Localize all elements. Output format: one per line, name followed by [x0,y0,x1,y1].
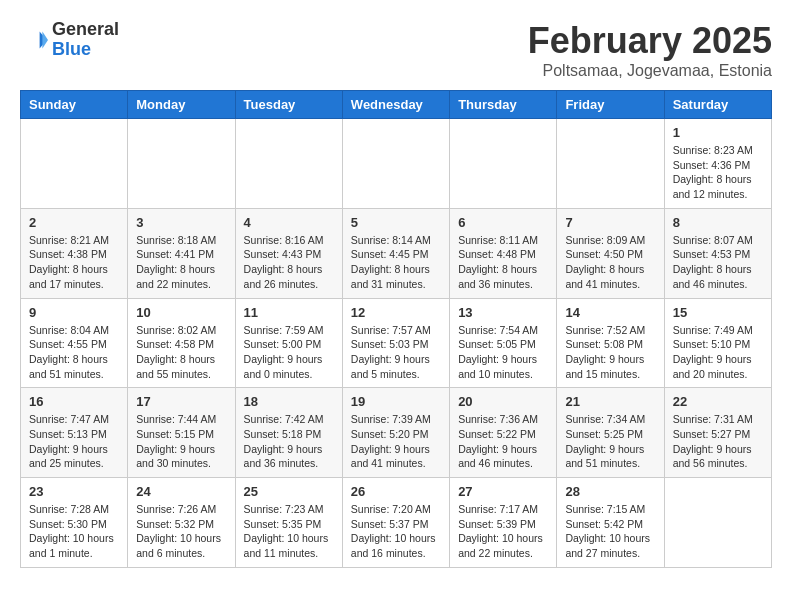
calendar-week-row: 1Sunrise: 8:23 AM Sunset: 4:36 PM Daylig… [21,119,772,209]
day-number: 13 [458,305,548,320]
calendar-cell: 7Sunrise: 8:09 AM Sunset: 4:50 PM Daylig… [557,208,664,298]
month-title: February 2025 [528,20,772,62]
day-info: Sunrise: 8:16 AM Sunset: 4:43 PM Dayligh… [244,233,334,292]
calendar-cell: 19Sunrise: 7:39 AM Sunset: 5:20 PM Dayli… [342,388,449,478]
weekday-header: Monday [128,91,235,119]
day-info: Sunrise: 7:34 AM Sunset: 5:25 PM Dayligh… [565,412,655,471]
day-number: 25 [244,484,334,499]
day-number: 28 [565,484,655,499]
weekday-header: Thursday [450,91,557,119]
day-info: Sunrise: 7:23 AM Sunset: 5:35 PM Dayligh… [244,502,334,561]
day-number: 22 [673,394,763,409]
day-number: 4 [244,215,334,230]
day-number: 18 [244,394,334,409]
day-number: 10 [136,305,226,320]
day-info: Sunrise: 7:54 AM Sunset: 5:05 PM Dayligh… [458,323,548,382]
calendar-cell: 11Sunrise: 7:59 AM Sunset: 5:00 PM Dayli… [235,298,342,388]
day-info: Sunrise: 7:44 AM Sunset: 5:15 PM Dayligh… [136,412,226,471]
day-number: 1 [673,125,763,140]
calendar-cell: 1Sunrise: 8:23 AM Sunset: 4:36 PM Daylig… [664,119,771,209]
calendar-cell: 24Sunrise: 7:26 AM Sunset: 5:32 PM Dayli… [128,478,235,568]
day-info: Sunrise: 8:18 AM Sunset: 4:41 PM Dayligh… [136,233,226,292]
calendar-cell: 17Sunrise: 7:44 AM Sunset: 5:15 PM Dayli… [128,388,235,478]
calendar-cell: 16Sunrise: 7:47 AM Sunset: 5:13 PM Dayli… [21,388,128,478]
day-info: Sunrise: 7:15 AM Sunset: 5:42 PM Dayligh… [565,502,655,561]
weekday-header: Sunday [21,91,128,119]
weekday-header: Wednesday [342,91,449,119]
calendar-cell [21,119,128,209]
calendar-cell: 26Sunrise: 7:20 AM Sunset: 5:37 PM Dayli… [342,478,449,568]
day-info: Sunrise: 7:57 AM Sunset: 5:03 PM Dayligh… [351,323,441,382]
weekday-header: Saturday [664,91,771,119]
day-info: Sunrise: 7:26 AM Sunset: 5:32 PM Dayligh… [136,502,226,561]
calendar-cell: 4Sunrise: 8:16 AM Sunset: 4:43 PM Daylig… [235,208,342,298]
calendar-cell: 9Sunrise: 8:04 AM Sunset: 4:55 PM Daylig… [21,298,128,388]
day-info: Sunrise: 7:20 AM Sunset: 5:37 PM Dayligh… [351,502,441,561]
calendar-cell: 10Sunrise: 8:02 AM Sunset: 4:58 PM Dayli… [128,298,235,388]
calendar-week-row: 16Sunrise: 7:47 AM Sunset: 5:13 PM Dayli… [21,388,772,478]
day-info: Sunrise: 8:21 AM Sunset: 4:38 PM Dayligh… [29,233,119,292]
day-info: Sunrise: 8:04 AM Sunset: 4:55 PM Dayligh… [29,323,119,382]
logo-general: General [52,20,119,40]
day-info: Sunrise: 8:02 AM Sunset: 4:58 PM Dayligh… [136,323,226,382]
day-info: Sunrise: 8:09 AM Sunset: 4:50 PM Dayligh… [565,233,655,292]
day-number: 12 [351,305,441,320]
calendar-cell: 15Sunrise: 7:49 AM Sunset: 5:10 PM Dayli… [664,298,771,388]
weekday-header: Tuesday [235,91,342,119]
calendar-cell [235,119,342,209]
calendar-cell: 21Sunrise: 7:34 AM Sunset: 5:25 PM Dayli… [557,388,664,478]
day-info: Sunrise: 7:31 AM Sunset: 5:27 PM Dayligh… [673,412,763,471]
page-header: General Blue February 2025 Poltsamaa, Jo… [20,20,772,80]
calendar-cell: 14Sunrise: 7:52 AM Sunset: 5:08 PM Dayli… [557,298,664,388]
day-number: 3 [136,215,226,230]
calendar-cell [342,119,449,209]
location-subtitle: Poltsamaa, Jogevamaa, Estonia [528,62,772,80]
calendar-cell: 6Sunrise: 8:11 AM Sunset: 4:48 PM Daylig… [450,208,557,298]
day-number: 19 [351,394,441,409]
day-info: Sunrise: 7:28 AM Sunset: 5:30 PM Dayligh… [29,502,119,561]
day-number: 23 [29,484,119,499]
calendar-cell: 8Sunrise: 8:07 AM Sunset: 4:53 PM Daylig… [664,208,771,298]
calendar-cell: 23Sunrise: 7:28 AM Sunset: 5:30 PM Dayli… [21,478,128,568]
day-number: 20 [458,394,548,409]
title-section: February 2025 Poltsamaa, Jogevamaa, Esto… [528,20,772,80]
day-number: 24 [136,484,226,499]
calendar-week-row: 9Sunrise: 8:04 AM Sunset: 4:55 PM Daylig… [21,298,772,388]
calendar-cell [128,119,235,209]
day-number: 21 [565,394,655,409]
calendar-week-row: 2Sunrise: 8:21 AM Sunset: 4:38 PM Daylig… [21,208,772,298]
day-number: 11 [244,305,334,320]
day-info: Sunrise: 8:14 AM Sunset: 4:45 PM Dayligh… [351,233,441,292]
day-info: Sunrise: 7:47 AM Sunset: 5:13 PM Dayligh… [29,412,119,471]
day-number: 5 [351,215,441,230]
day-info: Sunrise: 7:52 AM Sunset: 5:08 PM Dayligh… [565,323,655,382]
day-number: 14 [565,305,655,320]
day-info: Sunrise: 8:23 AM Sunset: 4:36 PM Dayligh… [673,143,763,202]
day-info: Sunrise: 7:49 AM Sunset: 5:10 PM Dayligh… [673,323,763,382]
calendar-table: SundayMondayTuesdayWednesdayThursdayFrid… [20,90,772,568]
calendar-cell: 18Sunrise: 7:42 AM Sunset: 5:18 PM Dayli… [235,388,342,478]
calendar-cell: 5Sunrise: 8:14 AM Sunset: 4:45 PM Daylig… [342,208,449,298]
day-info: Sunrise: 7:17 AM Sunset: 5:39 PM Dayligh… [458,502,548,561]
day-number: 15 [673,305,763,320]
day-number: 26 [351,484,441,499]
day-number: 27 [458,484,548,499]
day-number: 6 [458,215,548,230]
logo-text: General Blue [52,20,119,60]
day-number: 2 [29,215,119,230]
calendar-cell: 13Sunrise: 7:54 AM Sunset: 5:05 PM Dayli… [450,298,557,388]
calendar-cell: 27Sunrise: 7:17 AM Sunset: 5:39 PM Dayli… [450,478,557,568]
logo-blue: Blue [52,40,119,60]
logo-icon [20,26,48,54]
calendar-cell [450,119,557,209]
day-info: Sunrise: 7:36 AM Sunset: 5:22 PM Dayligh… [458,412,548,471]
calendar-week-row: 23Sunrise: 7:28 AM Sunset: 5:30 PM Dayli… [21,478,772,568]
day-info: Sunrise: 7:39 AM Sunset: 5:20 PM Dayligh… [351,412,441,471]
logo: General Blue [20,20,119,60]
calendar-cell: 12Sunrise: 7:57 AM Sunset: 5:03 PM Dayli… [342,298,449,388]
day-number: 16 [29,394,119,409]
calendar-cell: 28Sunrise: 7:15 AM Sunset: 5:42 PM Dayli… [557,478,664,568]
calendar-cell: 20Sunrise: 7:36 AM Sunset: 5:22 PM Dayli… [450,388,557,478]
calendar-cell: 25Sunrise: 7:23 AM Sunset: 5:35 PM Dayli… [235,478,342,568]
day-info: Sunrise: 7:59 AM Sunset: 5:00 PM Dayligh… [244,323,334,382]
